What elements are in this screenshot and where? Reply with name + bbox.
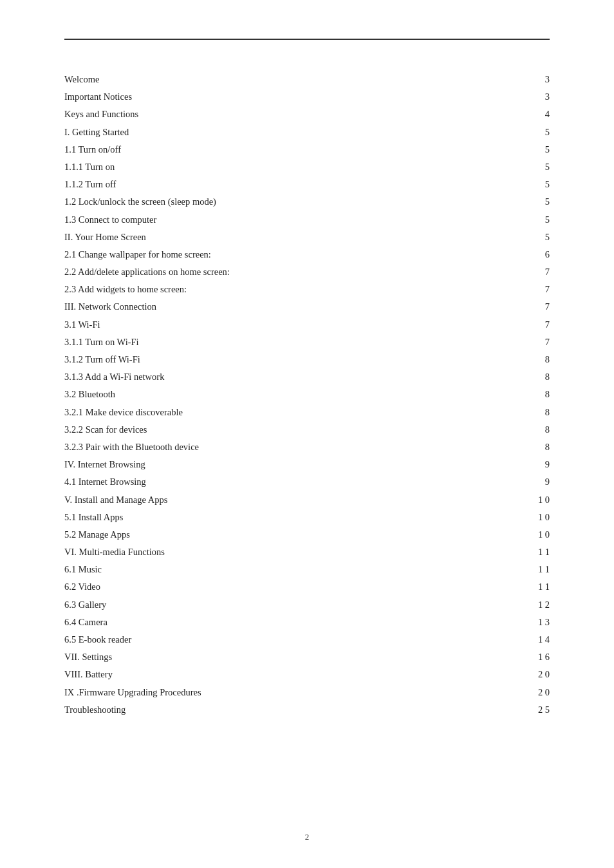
toc-entry-page: 5: [530, 212, 550, 227]
toc-entry: 6.5 E-book reader1 4: [64, 632, 550, 647]
toc-entry-page: 1 0: [530, 493, 550, 507]
toc-entry-page: 3: [530, 72, 550, 87]
toc-entry-page: 8: [530, 387, 550, 402]
toc-entry: 5.2 Manage Apps1 0: [64, 527, 550, 542]
toc-entry: 6.1 Music1 1: [64, 562, 550, 577]
toc-entry-label: 6.3 Gallery: [64, 598, 530, 612]
toc-entry: 1.2 Lock/unlock the screen (sleep mode)5: [64, 194, 550, 209]
toc-entry-page: 2 5: [530, 703, 550, 717]
toc-entry-page: 3: [530, 90, 550, 104]
toc-entry-page: 1 0: [530, 527, 550, 542]
toc-entry-page: 5: [530, 230, 550, 245]
toc-entry-page: 1 1: [530, 545, 550, 560]
toc-entry-label: 3.2.1 Make device discoverable: [64, 405, 530, 420]
toc-entry-label: 1.2 Lock/unlock the screen (sleep mode): [64, 194, 530, 209]
toc-entry: 6.3 Gallery1 2: [64, 598, 550, 612]
toc-entry-label: 2.3 Add widgets to home screen:: [64, 282, 530, 297]
toc-entry: IV. Internet Browsing9: [64, 457, 550, 472]
toc-entry-label: Troubleshooting: [64, 703, 530, 717]
toc-entry: 3.2.3 Pair with the Bluetooth device8: [64, 440, 550, 455]
toc-entry-label: II. Your Home Screen: [64, 230, 530, 245]
toc-entry-page: 2 0: [530, 685, 550, 700]
toc-entry-page: 5: [530, 177, 550, 192]
toc-entry: Important Notices3: [64, 90, 550, 104]
toc-entry: I. Getting Started5: [64, 125, 550, 140]
toc-entry-page: 7: [530, 299, 550, 314]
toc-entry: 3.2 Bluetooth8: [64, 387, 550, 402]
toc-entry: VII. Settings1 6: [64, 650, 550, 665]
toc-entry-page: 2 0: [530, 667, 550, 682]
toc-entry-label: VII. Settings: [64, 650, 530, 665]
toc-entry-label: I. Getting Started: [64, 125, 530, 140]
toc-entry: 1.1.1 Turn on5: [64, 160, 550, 175]
toc-entry: 3.1.3 Add a Wi-Fi network8: [64, 370, 550, 384]
toc-entry: VIII. Battery2 0: [64, 667, 550, 682]
toc-entry: 2.3 Add widgets to home screen:7: [64, 282, 550, 297]
toc-entry-page: 6: [530, 247, 550, 262]
toc-entry: 6.2 Video1 1: [64, 580, 550, 594]
toc-entry-label: 3.1 Wi-Fi: [64, 317, 530, 332]
toc-entry-label: IX .Firmware Upgrading Procedures: [64, 685, 530, 700]
toc-entry-page: 8: [530, 405, 550, 420]
toc-entry-label: VIII. Battery: [64, 667, 530, 682]
toc-entry-label: 2.1 Change wallpaper for home screen:: [64, 247, 530, 262]
toc-entry-page: 7: [530, 265, 550, 279]
toc-entry: Keys and Functions4: [64, 107, 550, 122]
toc-entry-page: 1 2: [530, 598, 550, 612]
toc-entry-page: 5: [530, 160, 550, 175]
toc-entry-label: Important Notices: [64, 90, 530, 104]
toc-entry-page: 1 6: [530, 650, 550, 665]
toc-entry-label: 1.3 Connect to computer: [64, 212, 530, 227]
toc-entry-page: 9: [530, 475, 550, 489]
toc-entry-page: 5: [530, 125, 550, 140]
toc-entry-page: 5: [530, 194, 550, 209]
toc-entry-label: VI. Multi-media Functions: [64, 545, 530, 560]
toc-entry-label: 6.5 E-book reader: [64, 632, 530, 647]
toc-entry: 2.1 Change wallpaper for home screen:6: [64, 247, 550, 262]
toc-entry: 3.2.2 Scan for devices8: [64, 422, 550, 437]
toc-entry-page: 8: [530, 352, 550, 367]
toc-entry-page: 1 4: [530, 632, 550, 647]
toc-entry-page: 9: [530, 457, 550, 472]
toc-entry-page: 8: [530, 422, 550, 437]
toc-entry-page: 1 1: [530, 562, 550, 577]
toc-entry-label: 6.1 Music: [64, 562, 530, 577]
toc-entry: V. Install and Manage Apps1 0: [64, 493, 550, 507]
toc-entry-label: 3.2 Bluetooth: [64, 387, 530, 402]
toc-entry-page: 8: [530, 440, 550, 455]
toc-entry: 5.1 Install Apps1 0: [64, 510, 550, 525]
toc-entry-label: 3.1.2 Turn off Wi-Fi: [64, 352, 530, 367]
page-number: 2: [305, 832, 310, 842]
toc-entry: 3.1.2 Turn off Wi-Fi8: [64, 352, 550, 367]
toc-entry-label: 5.1 Install Apps: [64, 510, 530, 525]
toc-entry-label: 6.2 Video: [64, 580, 530, 594]
toc-entry: 1.1 Turn on/off5: [64, 142, 550, 157]
toc-entry-label: 1.1.1 Turn on: [64, 160, 530, 175]
toc-entry-label: 3.2.3 Pair with the Bluetooth device: [64, 440, 530, 455]
toc-entry-page: 7: [530, 317, 550, 332]
toc-entry: 4.1 Internet Browsing9: [64, 475, 550, 489]
toc-entry: 1.3 Connect to computer5: [64, 212, 550, 227]
toc-entry-label: 2.2 Add/delete applications on home scre…: [64, 265, 530, 279]
toc-entry: IX .Firmware Upgrading Procedures2 0: [64, 685, 550, 700]
toc-entry-label: 1.1 Turn on/off: [64, 142, 530, 157]
toc-entry-label: III. Network Connection: [64, 299, 530, 314]
table-of-contents: Welcome3Important Notices3Keys and Funct…: [64, 72, 550, 717]
toc-entry: Welcome3: [64, 72, 550, 87]
toc-entry: 3.2.1 Make device discoverable8: [64, 405, 550, 420]
top-rule: [64, 39, 550, 40]
toc-entry: II. Your Home Screen5: [64, 230, 550, 245]
toc-entry: Troubleshooting2 5: [64, 703, 550, 717]
toc-entry-label: 4.1 Internet Browsing: [64, 475, 530, 489]
toc-entry: 6.4 Camera1 3: [64, 615, 550, 630]
toc-entry-page: 7: [530, 282, 550, 297]
toc-entry-label: 1.1.2 Turn off: [64, 177, 530, 192]
toc-entry-label: IV. Internet Browsing: [64, 457, 530, 472]
toc-entry-label: 3.2.2 Scan for devices: [64, 422, 530, 437]
toc-entry: VI. Multi-media Functions1 1: [64, 545, 550, 560]
toc-entry-label: 5.2 Manage Apps: [64, 527, 530, 542]
toc-entry-page: 8: [530, 370, 550, 384]
toc-entry-label: 3.1.3 Add a Wi-Fi network: [64, 370, 530, 384]
toc-entry-page: 1 0: [530, 510, 550, 525]
toc-entry: 3.1.1 Turn on Wi-Fi7: [64, 335, 550, 350]
